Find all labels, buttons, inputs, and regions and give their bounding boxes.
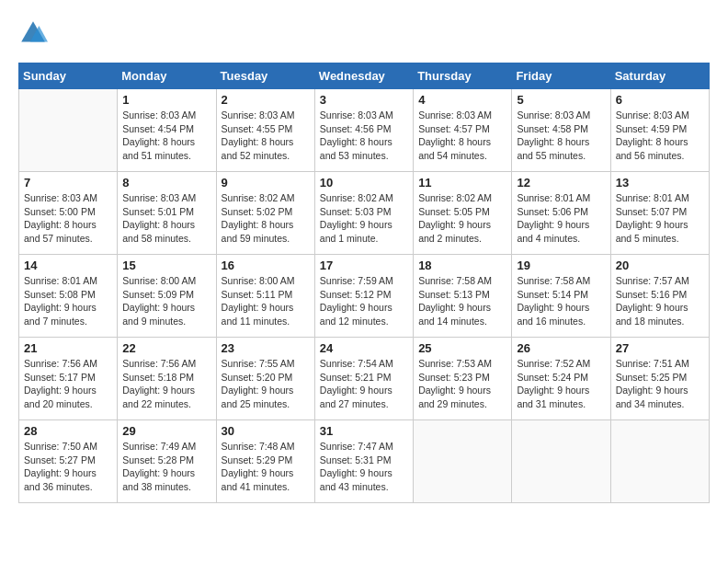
calendar-cell: 15Sunrise: 8:00 AM Sunset: 5:09 PM Dayli…: [118, 255, 216, 338]
day-number: 30: [222, 424, 310, 438]
day-number: 6: [616, 93, 704, 107]
day-number: 25: [418, 341, 506, 355]
day-number: 16: [222, 259, 310, 272]
calendar-cell: 4Sunrise: 8:03 AM Sunset: 4:57 PM Daylig…: [414, 89, 512, 172]
day-info: Sunrise: 8:01 AM Sunset: 5:08 PM Dayligh…: [24, 274, 112, 328]
day-info: Sunrise: 8:02 AM Sunset: 5:03 PM Dayligh…: [320, 191, 408, 246]
day-number: 31: [320, 424, 408, 438]
weekday-header-saturday: Saturday: [610, 63, 709, 89]
weekday-header-tuesday: Tuesday: [216, 63, 314, 89]
day-info: Sunrise: 7:51 AM Sunset: 5:25 PM Dayligh…: [616, 357, 704, 411]
calendar-cell: 13Sunrise: 8:01 AM Sunset: 5:07 PM Dayli…: [610, 172, 709, 255]
day-info: Sunrise: 7:55 AM Sunset: 5:20 PM Dayligh…: [222, 357, 310, 411]
day-number: 12: [517, 176, 605, 190]
day-info: Sunrise: 8:03 AM Sunset: 4:55 PM Dayligh…: [222, 109, 310, 163]
page-header: [18, 18, 710, 48]
day-number: 3: [320, 93, 408, 107]
day-info: Sunrise: 7:56 AM Sunset: 5:17 PM Dayligh…: [24, 357, 112, 411]
day-info: Sunrise: 8:03 AM Sunset: 4:57 PM Dayligh…: [418, 109, 506, 163]
calendar-cell: 19Sunrise: 7:58 AM Sunset: 5:14 PM Dayli…: [512, 255, 610, 338]
calendar-cell: 3Sunrise: 8:03 AM Sunset: 4:56 PM Daylig…: [314, 89, 413, 172]
calendar-cell: 28Sunrise: 7:50 AM Sunset: 5:27 PM Dayli…: [19, 420, 118, 503]
calendar-cell: [610, 420, 709, 503]
day-info: Sunrise: 8:01 AM Sunset: 5:06 PM Dayligh…: [517, 191, 605, 246]
calendar-cell: 22Sunrise: 7:56 AM Sunset: 5:18 PM Dayli…: [118, 338, 216, 420]
calendar-cell: 12Sunrise: 8:01 AM Sunset: 5:06 PM Dayli…: [512, 172, 610, 255]
day-number: 17: [320, 259, 408, 272]
calendar-cell: 31Sunrise: 7:47 AM Sunset: 5:31 PM Dayli…: [314, 420, 413, 503]
calendar-cell: [512, 420, 610, 503]
calendar-cell: 26Sunrise: 7:52 AM Sunset: 5:24 PM Dayli…: [512, 338, 610, 420]
calendar-cell: 30Sunrise: 7:48 AM Sunset: 5:29 PM Dayli…: [216, 420, 314, 503]
day-number: 13: [616, 176, 704, 190]
calendar-cell: 24Sunrise: 7:54 AM Sunset: 5:21 PM Dayli…: [314, 338, 413, 420]
logo-icon: [18, 18, 48, 48]
day-info: Sunrise: 7:53 AM Sunset: 5:23 PM Dayligh…: [418, 357, 506, 411]
calendar-cell: 8Sunrise: 8:03 AM Sunset: 5:01 PM Daylig…: [118, 172, 216, 255]
day-info: Sunrise: 8:03 AM Sunset: 4:56 PM Dayligh…: [320, 109, 408, 163]
logo: [18, 18, 51, 48]
day-info: Sunrise: 8:02 AM Sunset: 5:02 PM Dayligh…: [222, 191, 310, 246]
calendar-header: SundayMondayTuesdayWednesdayThursdayFrid…: [19, 63, 710, 89]
weekday-header-thursday: Thursday: [414, 63, 512, 89]
day-info: Sunrise: 8:03 AM Sunset: 5:00 PM Dayligh…: [24, 191, 112, 246]
day-info: Sunrise: 7:56 AM Sunset: 5:18 PM Dayligh…: [122, 357, 210, 411]
calendar-cell: 17Sunrise: 7:59 AM Sunset: 5:12 PM Dayli…: [314, 255, 413, 338]
calendar-cell: 29Sunrise: 7:49 AM Sunset: 5:28 PM Dayli…: [118, 420, 216, 503]
day-number: 10: [320, 176, 408, 190]
day-number: 28: [24, 424, 112, 438]
calendar-cell: 10Sunrise: 8:02 AM Sunset: 5:03 PM Dayli…: [314, 172, 413, 255]
calendar-cell: 23Sunrise: 7:55 AM Sunset: 5:20 PM Dayli…: [216, 338, 314, 420]
calendar-cell: 11Sunrise: 8:02 AM Sunset: 5:05 PM Dayli…: [414, 172, 512, 255]
day-number: 11: [418, 176, 506, 190]
day-number: 21: [24, 341, 112, 355]
calendar-cell: 2Sunrise: 8:03 AM Sunset: 4:55 PM Daylig…: [216, 89, 314, 172]
day-number: 24: [320, 341, 408, 355]
day-info: Sunrise: 7:54 AM Sunset: 5:21 PM Dayligh…: [320, 357, 408, 411]
calendar-cell: 6Sunrise: 8:03 AM Sunset: 4:59 PM Daylig…: [610, 89, 709, 172]
day-number: 19: [517, 259, 605, 272]
day-number: 18: [418, 259, 506, 272]
day-number: 29: [122, 424, 210, 438]
day-number: 14: [24, 259, 112, 272]
day-number: 5: [517, 93, 605, 107]
day-number: 23: [222, 341, 310, 355]
day-info: Sunrise: 8:03 AM Sunset: 4:58 PM Dayligh…: [517, 109, 605, 163]
day-number: 1: [122, 93, 210, 107]
day-number: 4: [418, 93, 506, 107]
day-number: 7: [24, 176, 112, 190]
day-number: 27: [616, 341, 704, 355]
calendar-cell: 16Sunrise: 8:00 AM Sunset: 5:11 PM Dayli…: [216, 255, 314, 338]
day-info: Sunrise: 7:58 AM Sunset: 5:13 PM Dayligh…: [418, 274, 506, 328]
calendar-cell: 25Sunrise: 7:53 AM Sunset: 5:23 PM Dayli…: [414, 338, 512, 420]
day-info: Sunrise: 8:01 AM Sunset: 5:07 PM Dayligh…: [616, 191, 704, 246]
day-info: Sunrise: 7:49 AM Sunset: 5:28 PM Dayligh…: [122, 440, 210, 494]
day-number: 8: [122, 176, 210, 190]
calendar-table: SundayMondayTuesdayWednesdayThursdayFrid…: [18, 63, 710, 503]
day-info: Sunrise: 8:03 AM Sunset: 4:54 PM Dayligh…: [122, 109, 210, 163]
day-info: Sunrise: 7:57 AM Sunset: 5:16 PM Dayligh…: [616, 274, 704, 328]
calendar-cell: [19, 89, 118, 172]
calendar-cell: 9Sunrise: 8:02 AM Sunset: 5:02 PM Daylig…: [216, 172, 314, 255]
weekday-header-sunday: Sunday: [19, 63, 118, 89]
day-info: Sunrise: 7:52 AM Sunset: 5:24 PM Dayligh…: [517, 357, 605, 411]
calendar-cell: 14Sunrise: 8:01 AM Sunset: 5:08 PM Dayli…: [19, 255, 118, 338]
day-number: 20: [616, 259, 704, 272]
day-info: Sunrise: 7:50 AM Sunset: 5:27 PM Dayligh…: [24, 440, 112, 494]
calendar-cell: 21Sunrise: 7:56 AM Sunset: 5:17 PM Dayli…: [19, 338, 118, 420]
day-info: Sunrise: 7:47 AM Sunset: 5:31 PM Dayligh…: [320, 440, 408, 494]
weekday-header-monday: Monday: [118, 63, 216, 89]
day-info: Sunrise: 7:48 AM Sunset: 5:29 PM Dayligh…: [222, 440, 310, 494]
weekday-header-wednesday: Wednesday: [314, 63, 413, 89]
day-number: 9: [222, 176, 310, 190]
calendar-cell: 20Sunrise: 7:57 AM Sunset: 5:16 PM Dayli…: [610, 255, 709, 338]
day-number: 22: [122, 341, 210, 355]
day-number: 15: [122, 259, 210, 272]
day-info: Sunrise: 7:58 AM Sunset: 5:14 PM Dayligh…: [517, 274, 605, 328]
day-info: Sunrise: 8:03 AM Sunset: 5:01 PM Dayligh…: [122, 191, 210, 246]
day-info: Sunrise: 8:02 AM Sunset: 5:05 PM Dayligh…: [418, 191, 506, 246]
calendar-cell: [414, 420, 512, 503]
day-number: 2: [222, 93, 310, 107]
calendar-cell: 5Sunrise: 8:03 AM Sunset: 4:58 PM Daylig…: [512, 89, 610, 172]
calendar-cell: 18Sunrise: 7:58 AM Sunset: 5:13 PM Dayli…: [414, 255, 512, 338]
